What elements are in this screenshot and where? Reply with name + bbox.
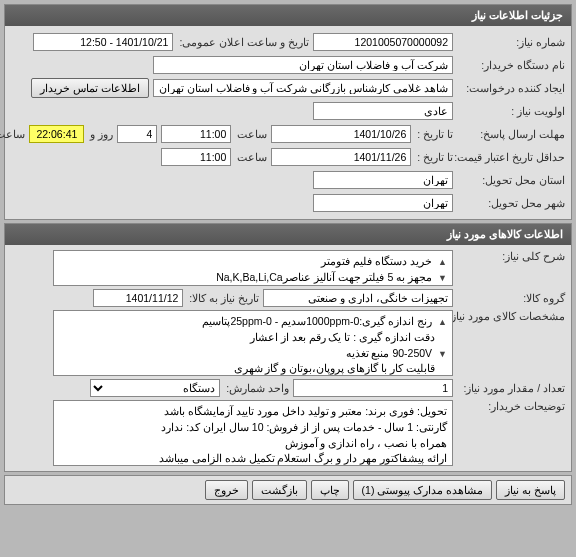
- spec-label: مشخصات کالای مورد نیاز:: [457, 310, 565, 322]
- chevron-down-icon[interactable]: ▼: [435, 272, 447, 286]
- spec-line4: قابلیت کار با گازهای پروپان،بوتان و گاز …: [234, 362, 447, 374]
- need-date-field[interactable]: [93, 289, 183, 307]
- goods-panel: اطلاعات کالاهای مورد نیاز شرح کلی نیاز: …: [4, 223, 572, 472]
- print-button[interactable]: چاپ: [311, 480, 349, 500]
- chevron-up-icon[interactable]: ▲: [435, 256, 447, 270]
- need-no-label: شماره نیاز:: [457, 36, 565, 48]
- days-remaining-field[interactable]: [117, 125, 157, 143]
- deadline-time-label: ساعت: [235, 128, 267, 140]
- to-date-label: تا تاریخ :: [415, 128, 453, 140]
- announce-field[interactable]: [33, 33, 173, 51]
- group-label: گروه کالا:: [457, 292, 565, 304]
- buyer-contact-button[interactable]: اطلاعات تماس خریدار: [31, 78, 149, 98]
- spec-textarea[interactable]: ▲ رنج اندازه گیری:1000ppm-0سدیم - 25ppm-…: [53, 310, 453, 376]
- desc-textarea[interactable]: ▲ خرید دستگاه فلیم فتومتر ▼ مجهز به 5 فی…: [53, 250, 453, 286]
- validity-label: حداقل تاریخ اعتبار قیمت:: [457, 151, 565, 163]
- province-label: استان محل تحویل:: [457, 174, 565, 186]
- deadline-label: مهلت ارسال پاسخ:: [457, 128, 565, 140]
- notes-label: توضیحات خریدار:: [457, 400, 565, 412]
- remain-label: ساعت باقی مانده: [0, 128, 25, 140]
- deadline-date-field[interactable]: [271, 125, 411, 143]
- desc-line1: خرید دستگاه فلیم فتومتر: [321, 255, 432, 267]
- view-docs-button[interactable]: مشاهده مدارک پیوستی (1): [353, 480, 493, 500]
- creator-label: ایجاد کننده درخواست:: [457, 82, 565, 94]
- validity-time-label: ساعت: [235, 151, 267, 163]
- footer-bar: پاسخ به نیاز مشاهده مدارک پیوستی (1) چاپ…: [4, 475, 572, 505]
- goods-header: اطلاعات کالاهای مورد نیاز: [5, 224, 571, 245]
- deadline-time-field[interactable]: [161, 125, 231, 143]
- group-field[interactable]: [263, 289, 453, 307]
- validity-time-field[interactable]: [161, 148, 231, 166]
- need-no-field[interactable]: [313, 33, 453, 51]
- notes-line4: ارائه پیشفاکتور مهر دار و برگ استعلام تک…: [59, 451, 447, 466]
- buyer-field[interactable]: [153, 56, 453, 74]
- creator-field[interactable]: [153, 79, 453, 97]
- countdown-badge: 22:06:41: [29, 125, 84, 143]
- qty-field[interactable]: [293, 379, 453, 397]
- province-field[interactable]: [313, 171, 453, 189]
- notes-line1: تحویل: فوری برند: معتبر و تولید داخل مور…: [59, 404, 447, 420]
- validity-to-label: تا تاریخ :: [415, 151, 453, 163]
- priority-field[interactable]: [313, 102, 453, 120]
- validity-date-field[interactable]: [271, 148, 411, 166]
- spec-line2: دقت اندازه گیری : تا یک رقم بعد از اعشار: [250, 331, 447, 343]
- need-details-body: شماره نیاز: تاریخ و ساعت اعلان عمومی: نا…: [5, 26, 571, 219]
- need-details-panel: جزئیات اطلاعات نیاز شماره نیاز: تاریخ و …: [4, 4, 572, 220]
- notes-line2: گارنتی: 1 سال - خدمات پس از از فروش: 10 …: [59, 420, 447, 436]
- need-details-header: جزئیات اطلاعات نیاز: [5, 5, 571, 26]
- spec-line3: 90-250V منبع تغذیه: [346, 347, 433, 359]
- back-button[interactable]: بازگشت: [252, 480, 307, 500]
- desc-label: شرح کلی نیاز:: [457, 250, 565, 262]
- desc-line2: مجهز به 5 فیلتر جهت آنالیز عناصرNa,K,Ba,…: [216, 271, 432, 283]
- spec-line1: رنج اندازه گیری:1000ppm-0سدیم - 25ppm-0پ…: [202, 315, 432, 327]
- goods-body: شرح کلی نیاز: ▲ خرید دستگاه فلیم فتومتر …: [5, 245, 571, 471]
- announce-label: تاریخ و ساعت اعلان عمومی:: [177, 36, 309, 48]
- qty-label: تعداد / مقدار مورد نیاز:: [457, 382, 565, 394]
- reply-button[interactable]: پاسخ به نیاز: [496, 480, 565, 500]
- city-label: شهر محل تحویل:: [457, 197, 565, 209]
- days-and-label: روز و: [88, 128, 113, 140]
- exit-button[interactable]: خروج: [205, 480, 248, 500]
- priority-label: اولویت نیاز :: [457, 105, 565, 117]
- city-field[interactable]: [313, 194, 453, 212]
- unit-select[interactable]: دستگاه: [90, 379, 220, 397]
- buyer-label: نام دستگاه خریدار:: [457, 59, 565, 71]
- notes-textarea[interactable]: تحویل: فوری برند: معتبر و تولید داخل مور…: [53, 400, 453, 466]
- need-date-label: تاریخ نیاز به کالا:: [187, 292, 259, 304]
- spec-chevron-down-icon[interactable]: ▼: [435, 348, 447, 362]
- spec-chevron-up-icon[interactable]: ▲: [435, 316, 447, 330]
- unit-label: واحد شمارش:: [224, 382, 289, 394]
- notes-line3: همراه با نصب ، راه اندازی و آموزش: [59, 436, 447, 452]
